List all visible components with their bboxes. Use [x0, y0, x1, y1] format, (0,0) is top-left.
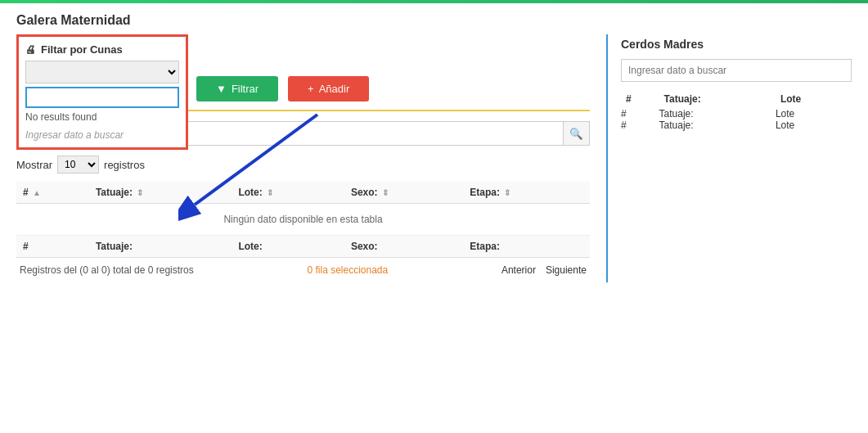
filter-button[interactable]: ▼ Filtrar [196, 76, 278, 101]
filter-search-input[interactable] [25, 87, 179, 108]
table-header-row: # ▲ Tatuaje: ⇕ Lote: ⇕ Sexo: ⇕ Etapa: ⇕ [16, 182, 590, 204]
sort-icon-sexo: ⇕ [382, 188, 389, 197]
right-row-tatuaje: Tatuaje: [659, 108, 776, 120]
sort-icon-tatuaje: ⇕ [137, 188, 143, 197]
right-table: # Tatuaje: Lote # Tatuaje: Lote # Tatuaj… [621, 90, 852, 131]
mostrar-label-after: registros [104, 159, 145, 171]
right-row-num: # [621, 120, 659, 131]
filter-hint: Ingresar dato a buscar [25, 129, 179, 141]
right-row-lote: Lote [776, 120, 852, 131]
col-lote[interactable]: Lote: ⇕ [232, 182, 344, 204]
right-col-num: # [621, 90, 659, 108]
search-button[interactable]: 🔍 [564, 121, 590, 146]
right-row-num: # [621, 108, 659, 120]
col-num[interactable]: # ▲ [16, 182, 89, 204]
filter-label: Filtar por Cunas [41, 43, 123, 56]
add-btn-label: Añadir [319, 83, 350, 95]
right-panel: Cerdos Madres # Tatuaje: Lote # Tatuaje:… [606, 34, 852, 282]
search-icon: 🔍 [569, 128, 583, 140]
footer-col-num: # [16, 236, 89, 258]
page-title: Galera Maternidad [0, 3, 868, 34]
footer-col-sexo: Sexo: [344, 236, 463, 258]
filter-cunas-box: 🖨 Filtar por Cunas No results found Ingr… [16, 34, 188, 150]
mostrar-select[interactable]: 10 25 50 100 [57, 156, 99, 174]
cunas-select[interactable] [25, 61, 179, 83]
mostrar-row: Mostrar 10 25 50 100 registros [16, 156, 590, 174]
toolbar: ▼ Filtrar + Añadir [196, 76, 590, 101]
mostrar-label-before: Mostrar [16, 159, 52, 171]
filter-btn-icon: ▼ [216, 83, 227, 95]
no-results-text: No results found [25, 108, 179, 126]
records-info: Registros del (0 al 0) total de 0 regist… [20, 264, 194, 276]
table-footer-header-row: # Tatuaje: Lote: Sexo: Etapa: [16, 236, 590, 258]
no-data-message: Ningún dato disponible en esta tabla [16, 204, 590, 236]
col-sexo[interactable]: Sexo: ⇕ [344, 182, 463, 204]
right-table-header: # Tatuaje: Lote [621, 90, 852, 108]
col-etapa[interactable]: Etapa: ⇕ [463, 182, 590, 204]
pagination: Anterior Siguiente [501, 264, 587, 276]
printer-icon: 🖨 [25, 43, 36, 56]
sort-icon-num: ▲ [33, 188, 41, 197]
table-footer-info: Registros del (0 al 0) total de 0 regist… [16, 258, 590, 282]
add-button[interactable]: + Añadir [288, 76, 369, 101]
right-panel-title: Cerdos Madres [621, 38, 852, 51]
sort-icon-lote: ⇕ [267, 188, 273, 197]
right-table-row: # Tatuaje: Lote [621, 120, 852, 131]
filter-header: 🖨 Filtar por Cunas [25, 43, 179, 56]
right-col-tatuaje: Tatuaje: [659, 90, 776, 108]
right-row-tatuaje: Tatuaje: [659, 120, 776, 131]
footer-col-etapa: Etapa: [463, 236, 590, 258]
selected-info: 0 fila seleccionada [307, 264, 388, 276]
right-row-lote: Lote [776, 108, 852, 120]
footer-col-tatuaje: Tatuaje: [89, 236, 232, 258]
prev-button[interactable]: Anterior [501, 264, 536, 276]
data-table: # ▲ Tatuaje: ⇕ Lote: ⇕ Sexo: ⇕ Etapa: ⇕ [16, 182, 590, 258]
right-table-row: # Tatuaje: Lote [621, 108, 852, 120]
right-col-lote: Lote [776, 90, 852, 108]
col-tatuaje[interactable]: Tatuaje: ⇕ [89, 182, 232, 204]
no-data-row: Ningún dato disponible en esta tabla [16, 204, 590, 236]
sort-icon-etapa: ⇕ [504, 188, 510, 197]
next-button[interactable]: Siguiente [546, 264, 587, 276]
add-btn-icon: + [308, 83, 314, 95]
footer-col-lote: Lote: [232, 236, 344, 258]
filter-btn-label: Filtrar [232, 83, 259, 95]
right-search-input[interactable] [621, 59, 852, 82]
